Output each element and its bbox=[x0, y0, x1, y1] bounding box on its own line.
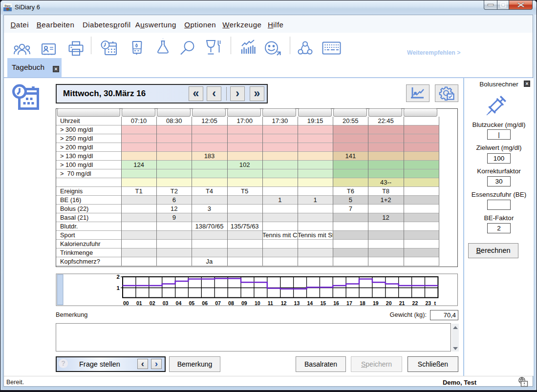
svg-text:17: 17 bbox=[346, 300, 352, 306]
svg-text:08: 08 bbox=[228, 300, 234, 306]
svg-text:04: 04 bbox=[176, 300, 182, 306]
svg-text:19: 19 bbox=[373, 300, 379, 306]
svg-text:13: 13 bbox=[294, 300, 300, 306]
svg-text:07: 07 bbox=[215, 300, 221, 306]
svg-text:23: 23 bbox=[426, 300, 431, 306]
svg-text:01: 01 bbox=[136, 300, 142, 306]
svg-text:09: 09 bbox=[241, 300, 247, 306]
svg-text:16: 16 bbox=[333, 300, 339, 306]
svg-text:00: 00 bbox=[123, 300, 129, 306]
svg-text:02: 02 bbox=[150, 300, 155, 306]
svg-text:06: 06 bbox=[202, 300, 208, 306]
svg-text:12: 12 bbox=[281, 300, 287, 306]
svg-text:11: 11 bbox=[268, 300, 273, 306]
svg-text:Diary: Diary bbox=[5, 5, 11, 7]
svg-text:1: 1 bbox=[117, 285, 120, 291]
svg-text:05: 05 bbox=[189, 300, 194, 306]
svg-text:15: 15 bbox=[320, 300, 326, 306]
svg-text:10: 10 bbox=[255, 300, 260, 306]
svg-text:03: 03 bbox=[163, 300, 169, 306]
svg-text:18: 18 bbox=[360, 300, 365, 306]
svg-text:2: 2 bbox=[117, 274, 120, 280]
svg-text:20: 20 bbox=[386, 300, 392, 306]
svg-text:21: 21 bbox=[399, 300, 405, 306]
svg-text:22: 22 bbox=[412, 300, 418, 306]
svg-text:14: 14 bbox=[307, 300, 313, 306]
svg-text:t: t bbox=[434, 300, 436, 306]
